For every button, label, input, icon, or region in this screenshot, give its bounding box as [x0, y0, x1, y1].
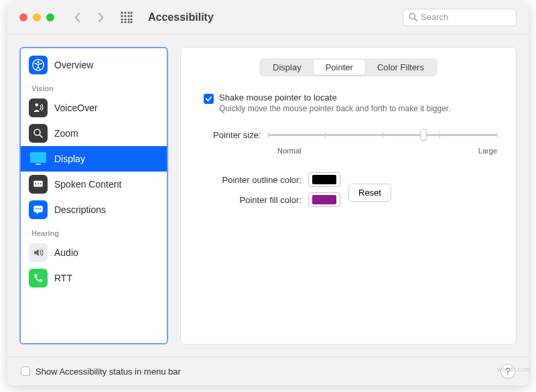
outline-swatch [312, 175, 336, 184]
rtt-icon [29, 269, 48, 287]
sidebar-item-label: Audio [54, 247, 78, 258]
svg-point-0 [121, 11, 123, 13]
svg-rect-24 [36, 164, 41, 165]
sidebar-item-descriptions[interactable]: Descriptions [21, 197, 167, 222]
svg-point-28 [40, 183, 42, 184]
svg-point-13 [124, 21, 126, 23]
sidebar-item-overview[interactable]: Overview [21, 52, 167, 78]
svg-point-15 [130, 21, 132, 23]
back-button[interactable] [69, 9, 86, 26]
pointer-outline-label: Pointer outline color: [200, 175, 302, 185]
reset-button[interactable]: Reset [348, 184, 391, 202]
svg-point-19 [38, 61, 40, 63]
svg-point-4 [121, 15, 123, 17]
svg-point-32 [40, 208, 41, 210]
pointer-outline-color-well[interactable] [308, 172, 340, 187]
display-icon [29, 149, 48, 168]
slider-thumb[interactable] [420, 129, 427, 141]
voiceover-icon [29, 99, 48, 117]
svg-point-8 [121, 18, 123, 20]
svg-point-7 [130, 15, 132, 17]
search-input[interactable] [421, 12, 511, 22]
close-window-button[interactable] [19, 13, 27, 21]
show-status-label: Show Accessibility status in menu bar [36, 367, 181, 377]
sidebar-section-hearing: Hearing [21, 222, 167, 240]
svg-point-6 [127, 15, 129, 17]
sidebar-section-vision: Vision [21, 78, 167, 95]
audio-icon [29, 243, 48, 262]
svg-rect-23 [30, 152, 46, 163]
traffic-lights[interactable] [19, 13, 54, 21]
zoom-icon [29, 124, 48, 143]
pointer-fill-color-well[interactable] [308, 192, 340, 207]
pointer-fill-label: Pointer fill color: [200, 195, 302, 205]
svg-point-27 [38, 183, 39, 184]
tab-color-filters[interactable]: Color Filters [365, 60, 436, 75]
tab-display[interactable]: Display [261, 60, 314, 75]
search-field[interactable] [403, 9, 517, 26]
svg-point-5 [124, 15, 126, 17]
sidebar-item-label: RTT [54, 273, 72, 283]
slider-min-label: Normal [277, 147, 301, 155]
svg-line-22 [40, 135, 42, 137]
sidebar-item-audio[interactable]: Audio [21, 240, 167, 265]
svg-point-31 [38, 208, 39, 210]
tab-pointer[interactable]: Pointer [314, 60, 365, 75]
show-status-checkbox[interactable] [21, 367, 30, 376]
shake-to-locate-description: Quickly move the mouse pointer back and … [219, 104, 451, 113]
window-title: Accessibility [148, 11, 214, 23]
svg-point-14 [127, 21, 129, 23]
settings-panel: Display Pointer Color Filters Shake mous… [180, 47, 517, 344]
svg-point-26 [35, 183, 36, 184]
forward-button[interactable] [92, 9, 109, 26]
sidebar-item-label: Display [54, 153, 85, 164]
sidebar-item-rtt[interactable]: RTT [21, 265, 167, 291]
svg-point-11 [130, 18, 132, 20]
search-icon [409, 13, 417, 21]
svg-point-10 [127, 18, 129, 20]
fill-swatch [312, 195, 336, 204]
svg-point-2 [127, 11, 129, 13]
zoom-window-button[interactable] [46, 13, 54, 21]
descriptions-icon [29, 200, 48, 219]
sidebar-item-label: Zoom [54, 128, 78, 139]
sidebar-item-zoom[interactable]: Zoom [21, 121, 167, 146]
accessibility-sidebar[interactable]: Overview Vision VoiceOver Zoom Displa [19, 47, 168, 344]
svg-point-1 [124, 11, 126, 13]
shake-to-locate-label: Shake mouse pointer to locate [219, 92, 451, 103]
watermark: wsxdn.com [497, 366, 531, 373]
pointer-size-label: Pointer size: [213, 130, 261, 140]
svg-point-20 [36, 103, 39, 107]
accessibility-icon [29, 56, 48, 74]
shake-to-locate-checkbox[interactable] [204, 94, 214, 104]
svg-point-3 [130, 11, 132, 13]
svg-point-9 [124, 18, 126, 20]
sidebar-item-label: Spoken Content [54, 179, 121, 190]
sidebar-item-spoken-content[interactable]: Spoken Content [21, 172, 167, 197]
svg-point-30 [36, 208, 37, 210]
pointer-size-slider[interactable] [268, 128, 497, 141]
sidebar-item-display[interactable]: Display [21, 146, 167, 172]
spoken-content-icon [29, 175, 48, 194]
display-tabs: Display Pointer Color Filters [259, 58, 438, 76]
sidebar-item-label: Descriptions [54, 204, 106, 215]
svg-point-12 [121, 21, 123, 23]
sidebar-item-label: Overview [54, 60, 93, 70]
minimize-window-button[interactable] [33, 13, 41, 21]
show-all-preferences-button[interactable] [117, 8, 136, 27]
svg-line-17 [415, 19, 417, 21]
slider-max-label: Large [478, 147, 497, 155]
sidebar-item-label: VoiceOver [54, 103, 98, 113]
sidebar-item-voiceover[interactable]: VoiceOver [21, 95, 167, 121]
